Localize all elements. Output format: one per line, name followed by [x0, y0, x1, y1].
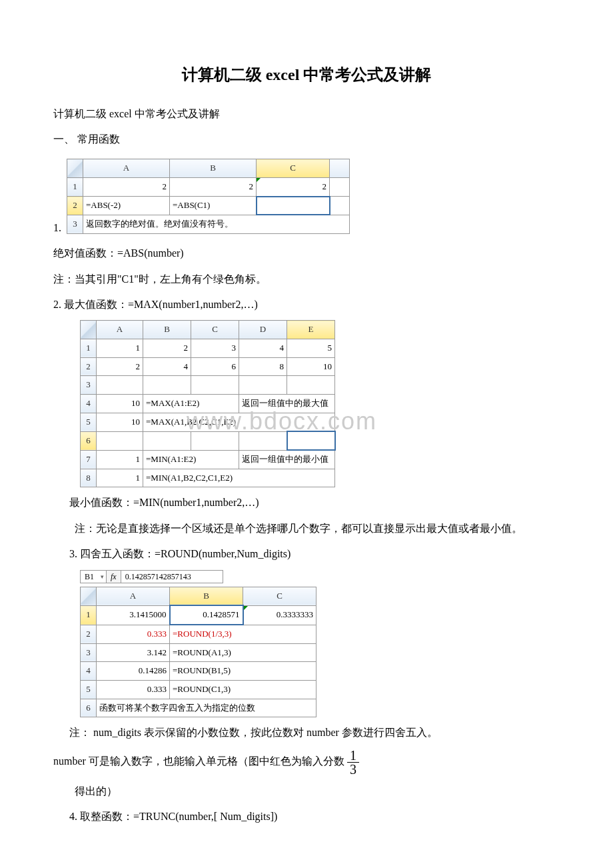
table-row: 6 函数可将某个数字四舍五入为指定的位数: [81, 699, 316, 717]
cell: =MIN(A1:E2): [143, 450, 239, 469]
table-row: 8 1 =MIN(A1,B2,C2,C1,E2): [81, 469, 335, 487]
cell: =ABS(C1): [170, 197, 257, 215]
table-row: 1 3.1415000 0.1428571 0.3333333: [81, 605, 316, 625]
cell: [239, 376, 287, 395]
table-row: 2 0.333 =ROUND(1/3,3): [81, 625, 316, 643]
cell-merged: 函数可将某个数字四舍五入为指定的位数: [97, 699, 316, 717]
table-row: 3 返回数字的绝对值。绝对值没有符号。: [67, 215, 350, 233]
cell: 10: [97, 395, 143, 413]
cell: 10: [287, 357, 335, 376]
corner-cell: [67, 159, 83, 178]
col-header-selected: E: [287, 321, 335, 339]
cell: 返回一组值中的最小值: [239, 450, 335, 469]
table-row: 6: [81, 431, 335, 450]
cell: 4: [143, 357, 191, 376]
section-heading-1: 一、 常用函数: [53, 129, 560, 149]
list-number-1: 1.: [53, 218, 61, 238]
col-header: A: [97, 321, 143, 339]
paragraph: 注： num_digits 表示保留的小数位数，按此位数对 number 参数进…: [53, 723, 560, 743]
cell: 3: [191, 339, 239, 357]
paragraph: 2. 最大值函数：=MAX(number1,number2,…): [53, 295, 560, 315]
table-row: 4 0.14286 =ROUND(B1,5): [81, 662, 316, 681]
paragraph: 注：当其引用"C1"时，左上角有个绿色角标。: [53, 269, 560, 289]
formula-value[interactable]: 0.142857142857143: [121, 570, 223, 583]
row-header: 3: [81, 643, 97, 662]
fx-label: fx: [107, 570, 121, 583]
cell: 3.1415000: [97, 605, 170, 625]
row-header: 4: [81, 395, 97, 413]
row-header-selected: 6: [81, 431, 97, 450]
corner-cell: [81, 587, 97, 605]
excel-table-round: A B C 1 3.1415000 0.1428571 0.3333333 2 …: [80, 587, 316, 718]
cell-merged: 返回数字的绝对值。绝对值没有符号。: [83, 215, 350, 233]
cell: 1: [97, 469, 143, 487]
cell: 2: [257, 178, 330, 197]
paragraph: 绝对值函数：=ABS(number): [53, 243, 560, 263]
cell: 2: [83, 178, 170, 197]
col-header: C: [243, 587, 316, 605]
cell: [97, 376, 143, 395]
table-row: 2 =ABS(-2) =ABS(C1): [67, 197, 350, 215]
cell: =ROUND(C1,3): [170, 681, 316, 699]
table-row: 3 3.142 =ROUND(A1,3): [81, 643, 316, 662]
cell: [330, 197, 350, 215]
cell: =ABS(-2): [83, 197, 170, 215]
cell: =ROUND(B1,5): [170, 662, 316, 681]
corner-cell: [81, 321, 97, 339]
cell: [239, 431, 287, 450]
row-header: 1: [67, 178, 83, 197]
row-header: 2: [81, 357, 97, 376]
row-header: 1: [81, 339, 97, 357]
cell: [191, 376, 239, 395]
table-header-row: A B C: [67, 159, 350, 178]
cell: [191, 431, 239, 450]
cell: 1: [97, 450, 143, 469]
cell: =MAX(A1,B2,C2,C1,E2): [143, 413, 335, 431]
cell: 0.333: [97, 625, 170, 643]
cell: 0.3333333: [243, 605, 316, 625]
paragraph: 最小值函数：=MIN(number1,number2,…): [53, 493, 560, 513]
fraction: 1 3: [347, 749, 359, 776]
cell: =MAX(A1:E2): [143, 395, 239, 413]
formula-bar: B1 fx 0.142857142857143: [80, 570, 560, 583]
paragraph: 3. 四舍五入函数：=ROUND(number,Num_digits): [53, 544, 560, 564]
selected-cell: [287, 431, 335, 450]
col-header: A: [97, 587, 170, 605]
cell: 6: [191, 357, 239, 376]
table-header-row: A B C D E: [81, 321, 335, 339]
cell: [143, 376, 191, 395]
cell: [330, 178, 350, 197]
subtitle-line: 计算机二级 excel 中常考公式及讲解: [53, 104, 560, 124]
paragraph: 4. 取整函数：=TRUNC(number,[ Num_digits]): [53, 807, 560, 827]
table-row: 3: [81, 376, 335, 395]
cell: 2: [97, 357, 143, 376]
table-row: 5 0.333 =ROUND(C1,3): [81, 681, 316, 699]
cell: [143, 431, 191, 450]
table-row: 4 10 =MAX(A1:E2) 返回一组值中的最大值: [81, 395, 335, 413]
cell: [287, 376, 335, 395]
row-header: 5: [81, 681, 97, 699]
selected-cell: 0.1428571: [170, 605, 243, 625]
row-header: 8: [81, 469, 97, 487]
table-header-row: A B C: [81, 587, 316, 605]
row-header-selected: 1: [81, 605, 97, 625]
cell: 1: [97, 339, 143, 357]
table-row: 1 1 2 3 4 5: [81, 339, 335, 357]
paragraph: 得出的）: [53, 781, 560, 801]
cell: =ROUND(1/3,3): [170, 625, 316, 643]
table-row: 1 2 2 2: [67, 178, 350, 197]
cell: 5: [287, 339, 335, 357]
row-header: 3: [81, 376, 97, 395]
cell: 2: [170, 178, 257, 197]
col-header-selected: B: [170, 587, 243, 605]
cell: 3.142: [97, 643, 170, 662]
row-header: 5: [81, 413, 97, 431]
row-header: 7: [81, 450, 97, 469]
selected-cell: [257, 197, 330, 215]
row-header: 3: [67, 215, 83, 233]
table-row: 5 10 =MAX(A1,B2,C2,C1,E2): [81, 413, 335, 431]
name-box[interactable]: B1: [80, 570, 107, 583]
col-header: B: [170, 159, 257, 178]
row-header: 2: [81, 625, 97, 643]
col-header: C: [191, 321, 239, 339]
